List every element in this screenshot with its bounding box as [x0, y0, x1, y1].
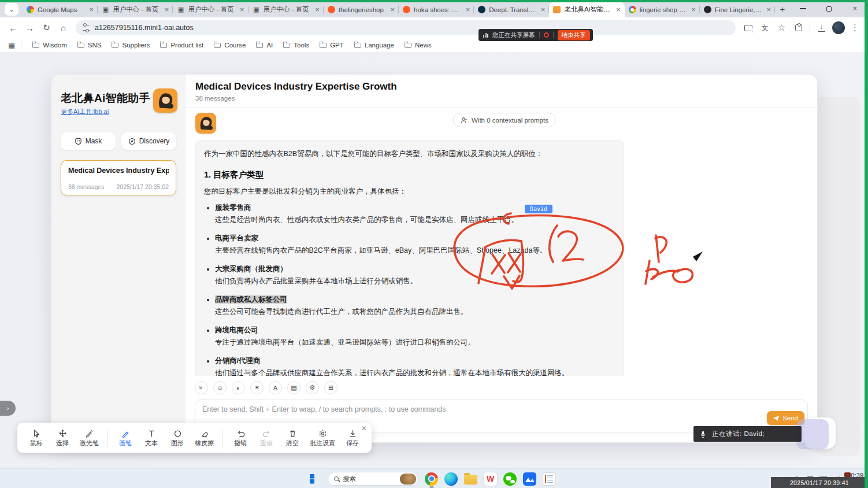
tool-text[interactable]: 文本 [143, 429, 160, 448]
theme-icon[interactable]: ◐ [232, 381, 245, 394]
taskbar-wps-icon[interactable]: W [484, 472, 497, 486]
tool-settings[interactable]: 批注设置 [310, 429, 335, 448]
bookmark-folder[interactable]: Suppliers [106, 40, 155, 50]
bookmark-folder[interactable]: GPT [314, 40, 349, 50]
tab-favicon-icon [478, 6, 485, 13]
browser-tab[interactable]: lingerie shop - G × [625, 2, 700, 17]
translate-button[interactable]: 文 [757, 20, 773, 36]
chat-app-window: 老北鼻Ai智能助手 更多Ai工具:lbb.ai Mask Discovery [51, 74, 818, 443]
chat-header: Medical Devices Industry Expertise Growt… [186, 75, 817, 108]
tool-undo[interactable]: 撤销 [232, 429, 249, 448]
folder-icon [160, 43, 167, 48]
prompt-icon[interactable]: ✶ [250, 381, 264, 394]
browser-tab[interactable]: 用户中心 - 首页 × [248, 2, 324, 17]
annotator-name-badge: David [525, 205, 552, 213]
browser-tab[interactable]: hoka shoes: Ove × [399, 2, 474, 17]
home-button[interactable]: ⌂ [55, 20, 71, 36]
sidebar-expand-handle[interactable]: › [0, 401, 16, 416]
tool-label: 文本 [145, 439, 158, 448]
tool-label: 重做 [260, 439, 273, 448]
tool-save[interactable]: 保存 [344, 429, 361, 448]
stop-sharing-button[interactable]: 结束共享 [558, 30, 590, 40]
site-info-icon[interactable] [83, 25, 90, 31]
tab-close-icon[interactable]: × [541, 6, 546, 13]
tab-close-icon[interactable]: × [616, 6, 621, 13]
reload-button[interactable]: ↻ [39, 20, 54, 36]
tab-close-icon[interactable]: × [390, 6, 395, 13]
tab-close-icon[interactable]: × [766, 6, 771, 13]
tool-redo[interactable]: 重做 [258, 429, 275, 448]
tool-laser[interactable]: 激光笔 [80, 429, 99, 448]
browser-tab[interactable]: 用户中心 - 首页 × [98, 2, 173, 17]
bookmark-folder[interactable]: AI [251, 40, 278, 50]
taskbar-wechat-icon[interactable] [503, 472, 517, 486]
tool-eraser[interactable]: 橡皮擦 [195, 429, 214, 448]
tab-close-icon[interactable]: × [315, 6, 320, 13]
tab-close-icon[interactable]: × [240, 6, 244, 13]
taskbar-meeting-icon[interactable] [523, 472, 536, 486]
browser-tab[interactable]: Fine Lingerie, Sle × [700, 2, 775, 17]
tab-favicon-icon [27, 6, 34, 13]
tab-close-icon[interactable]: × [90, 6, 94, 13]
tab-close-icon[interactable]: × [466, 6, 470, 13]
extensions-button[interactable] [791, 20, 806, 36]
app-avatar [153, 88, 177, 113]
apps-grid-icon[interactable]: ▦ [8, 41, 15, 50]
install-app-button[interactable] [740, 20, 756, 36]
taskbar-chrome-icon[interactable] [425, 472, 438, 486]
bookmark-folder[interactable]: Wisdom [27, 40, 72, 50]
right-side-panel [816, 97, 860, 456]
font-size-icon[interactable]: A [269, 381, 282, 394]
address-bar[interactable]: a12657915116.mini1-oai.autos [76, 20, 736, 35]
tab-close-icon[interactable]: × [165, 6, 169, 13]
bookmark-folder[interactable]: Tools [278, 40, 314, 50]
bookmark-folder[interactable]: Language [349, 40, 399, 50]
browser-tab[interactable]: thelingerieshop × [324, 2, 399, 17]
back-button[interactable]: ← [5, 20, 21, 36]
taskbar-search[interactable]: 搜索 [328, 472, 418, 486]
bookmark-folder[interactable]: SNS [72, 40, 107, 50]
browser-menu-button[interactable]: ⋮ [847, 20, 863, 36]
taskbar-explorer-icon[interactable] [464, 475, 477, 485]
maximize-button[interactable] [816, 0, 842, 17]
bookmark-folder[interactable]: Product list [155, 40, 209, 50]
browser-tab[interactable]: DeepL Translate × [474, 2, 549, 17]
chat-list-item[interactable]: Medical Devices Industry Exp... 38 messa… [61, 160, 176, 195]
profile-button[interactable] [830, 20, 846, 36]
masks-icon[interactable]: ⊞ [324, 381, 337, 394]
discovery-button[interactable]: Discovery [121, 132, 176, 150]
microphone-icon [699, 430, 707, 438]
context-prompts-button[interactable]: With 0 contextual prompts [453, 113, 556, 127]
more-tools-link[interactable]: 更多Ai工具:lbb.ai [61, 108, 109, 116]
taskbar-edge-icon[interactable] [444, 472, 458, 486]
browser-tab[interactable]: Google Maps × [23, 2, 98, 17]
forward-button[interactable]: → [22, 20, 38, 36]
tool-mouse[interactable]: 鼠标 [28, 429, 45, 448]
speaking-text: 正在讲话: David; [712, 430, 765, 438]
bookmark-label: GPT [330, 42, 344, 49]
image-icon[interactable]: ▤ [287, 381, 301, 394]
bookmark-folder[interactable]: Course [209, 40, 251, 50]
start-button[interactable] [308, 472, 321, 486]
plugin-icon[interactable]: ⚙ [306, 381, 319, 394]
browser-tab[interactable]: 用户中心 - 首页 × [173, 2, 248, 17]
bookmark-folder[interactable]: News [399, 40, 437, 50]
collapse-icon[interactable]: » [195, 381, 208, 394]
screen-share-banner: 您正在共享屏幕 结束共享 [478, 29, 593, 41]
toolbar-close-icon[interactable]: ✕ [361, 424, 367, 432]
new-tab-button[interactable]: + [775, 1, 790, 16]
tool-pen[interactable]: 画笔 [117, 429, 134, 448]
minimize-button[interactable] [790, 0, 816, 17]
bookmark-label: Language [365, 42, 394, 49]
tool-select[interactable]: 选择 [54, 429, 71, 448]
browser-tab[interactable]: 老北鼻Ai智能助手 × [549, 2, 624, 17]
tool-shape[interactable]: 图形 [169, 429, 186, 448]
tool-clear[interactable]: 清空 [284, 429, 301, 448]
tab-search-button[interactable]: ⌄ [5, 3, 18, 16]
tab-close-icon[interactable]: × [691, 6, 696, 13]
sticker-icon[interactable]: ☺ [213, 381, 227, 394]
downloads-button[interactable]: ↓ [814, 20, 829, 36]
taskbar-notes-icon[interactable] [543, 472, 556, 486]
bookmark-star-button[interactable]: ☆ [774, 20, 789, 36]
mask-button[interactable]: Mask [61, 132, 116, 150]
